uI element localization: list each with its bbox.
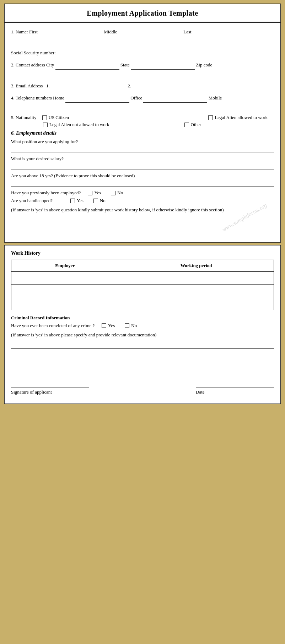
position-question-row: What position are you applying for? bbox=[11, 139, 274, 145]
email-row: 3. Email Address 1. 2. bbox=[11, 82, 274, 90]
salary-question-row: What is your desired salary? bbox=[11, 156, 274, 162]
nationality-row1: 5. Nationality US Citizen Legal Alien al… bbox=[11, 115, 274, 120]
contact-label: 2. Contact address City bbox=[11, 62, 54, 67]
work-history-table: Employer Working period bbox=[11, 260, 274, 310]
position-answer-line[interactable] bbox=[11, 146, 274, 152]
state-field[interactable] bbox=[131, 61, 195, 69]
other-checkbox[interactable] bbox=[184, 123, 189, 127]
age-question: Are you above 18 yrs? (Evidence to prove… bbox=[11, 173, 135, 178]
page-wrapper: Employment Application Template 1. Name:… bbox=[4, 4, 281, 404]
office-label: Office bbox=[130, 95, 142, 101]
nationality-row2: Legal Alien not allowed to work Other bbox=[11, 122, 274, 128]
signature-line[interactable] bbox=[11, 381, 89, 388]
prev-employed-no[interactable]: No bbox=[111, 190, 123, 196]
middle-name-field[interactable] bbox=[118, 28, 182, 36]
signature-label: Signature of applicant bbox=[11, 389, 89, 395]
us-citizen-label: US Citizen bbox=[49, 115, 69, 120]
handicapped-yes-checkbox[interactable] bbox=[70, 199, 75, 203]
handicapped-no[interactable]: No bbox=[93, 198, 106, 204]
us-citizen-option[interactable]: US Citizen bbox=[42, 115, 69, 120]
handicapped-yes-label: Yes bbox=[77, 198, 84, 204]
middle-label: Middle bbox=[104, 29, 117, 34]
us-citizen-checkbox[interactable] bbox=[42, 115, 47, 120]
zip-field[interactable] bbox=[11, 70, 75, 78]
legal-alien-not-label: Legal Alien not allowed to work bbox=[49, 122, 109, 128]
documentation-area bbox=[11, 352, 274, 374]
legal-alien-allowed-option[interactable]: Legal Alien allowed to work bbox=[208, 115, 268, 120]
title-bar: Employment Application Template bbox=[5, 4, 280, 23]
ssn-row: Social Security number: bbox=[11, 49, 274, 57]
legal-alien-allowed-checkbox[interactable] bbox=[208, 115, 213, 120]
period-cell-2[interactable] bbox=[119, 284, 274, 297]
name-row: 1. Name: First Middle Last bbox=[11, 28, 274, 45]
office-field[interactable] bbox=[143, 94, 207, 102]
email1-field[interactable] bbox=[52, 82, 123, 90]
city-field[interactable] bbox=[55, 61, 119, 69]
phone-row: 4. Telephone numbers Home Office Mobile bbox=[11, 94, 274, 111]
criminal-no-checkbox[interactable] bbox=[125, 323, 129, 328]
work-history-title: Work History bbox=[11, 250, 274, 256]
handicapped-row: Are you handicapped? Yes No bbox=[11, 198, 274, 204]
period-cell-1[interactable] bbox=[119, 271, 274, 284]
mobile-label: Mobile bbox=[209, 95, 222, 101]
form-content: 1. Name: First Middle Last Social Securi… bbox=[5, 23, 280, 242]
criminal-title: Criminal Record Information bbox=[11, 315, 274, 321]
state-label: State bbox=[120, 62, 130, 67]
ssn-field[interactable] bbox=[57, 49, 163, 57]
prev-employed-yes-checkbox[interactable] bbox=[88, 191, 92, 195]
criminal-question-row: Have you ever been convicted of any crim… bbox=[11, 323, 274, 329]
first-name-field[interactable] bbox=[39, 28, 103, 36]
salary-answer-line[interactable] bbox=[11, 163, 274, 169]
employer-header: Employer bbox=[11, 260, 119, 271]
handicapped-yes[interactable]: Yes bbox=[70, 198, 84, 204]
prev-employed-no-label: No bbox=[117, 190, 123, 196]
table-row bbox=[11, 284, 274, 297]
legal-alien-not-option[interactable]: Legal Alien not allowed to work bbox=[43, 122, 109, 128]
employer-cell-3[interactable] bbox=[11, 297, 119, 310]
bottom-section: Work History Employer Working period bbox=[4, 245, 281, 404]
ssn-label: Social Security number: bbox=[11, 50, 56, 55]
criminal-yes-checkbox[interactable] bbox=[102, 323, 106, 328]
home-field[interactable] bbox=[65, 94, 129, 102]
table-header-row: Employer Working period bbox=[11, 260, 274, 271]
period-cell-3[interactable] bbox=[119, 297, 274, 310]
salary-question: What is your desired salary? bbox=[11, 156, 64, 161]
age-answer-line[interactable] bbox=[11, 180, 274, 186]
criminal-question: Have you ever been convicted of any crim… bbox=[11, 323, 95, 329]
email2-field[interactable] bbox=[133, 82, 204, 90]
email-label: 3. Email Address bbox=[11, 83, 43, 88]
page-title: Employment Application Template bbox=[8, 9, 277, 17]
prev-employed-yes[interactable]: Yes bbox=[88, 190, 101, 196]
email1-label: 1. bbox=[46, 83, 50, 88]
employer-cell-1[interactable] bbox=[11, 271, 119, 284]
employment-details-heading: 6. Employment details bbox=[11, 130, 274, 136]
last-name-field[interactable] bbox=[11, 36, 118, 45]
name-label: 1. Name: First bbox=[11, 29, 38, 34]
working-period-header: Working period bbox=[119, 260, 274, 271]
signature-block: Signature of applicant bbox=[11, 381, 89, 395]
prev-employed-yes-label: Yes bbox=[94, 190, 101, 196]
date-block: Date bbox=[196, 381, 274, 395]
phone-label: 4. Telephone numbers Home bbox=[11, 95, 64, 101]
other-option[interactable]: Other bbox=[184, 122, 201, 128]
nationality-label: 5. Nationality bbox=[11, 115, 37, 120]
criminal-yes[interactable]: Yes bbox=[102, 323, 115, 329]
handicapped-no-checkbox[interactable] bbox=[93, 199, 98, 203]
date-line[interactable] bbox=[196, 381, 274, 388]
work-history-content: Work History Employer Working period bbox=[5, 245, 280, 404]
handicapped-question: Are you handicapped? bbox=[11, 198, 53, 204]
prev-employed-no-checkbox[interactable] bbox=[111, 191, 115, 195]
mobile-field[interactable] bbox=[11, 103, 75, 111]
employer-cell-2[interactable] bbox=[11, 284, 119, 297]
last-label: Last bbox=[183, 29, 191, 34]
if-answer-note: (If answer is 'yes' in above question ki… bbox=[11, 206, 274, 214]
prev-employed-question: Have you previously been employed? bbox=[11, 190, 81, 196]
legal-alien-not-checkbox[interactable] bbox=[43, 123, 48, 127]
signature-area: Signature of applicant Date bbox=[11, 381, 274, 397]
criminal-answer-line[interactable] bbox=[11, 342, 274, 349]
age-question-row: Are you above 18 yrs? (Evidence to prove… bbox=[11, 173, 274, 179]
position-question: What position are you applying for? bbox=[11, 139, 78, 144]
other-label: Other bbox=[191, 122, 201, 128]
criminal-if-note: (If answer is 'yes' in above please spec… bbox=[11, 331, 274, 339]
criminal-no[interactable]: No bbox=[125, 323, 137, 329]
